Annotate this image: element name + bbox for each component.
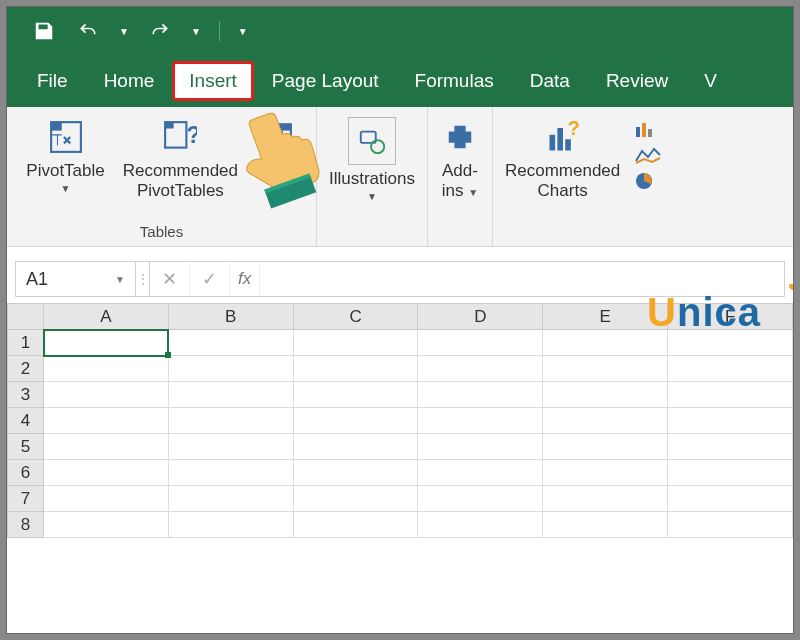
cell[interactable] xyxy=(168,460,293,486)
formula-bar: A1 ▼ ⋮ ✕ ✓ fx xyxy=(15,261,785,297)
cell[interactable] xyxy=(668,330,793,356)
cancel-icon[interactable]: ✕ xyxy=(150,262,190,296)
pie-chart-icon[interactable] xyxy=(634,171,662,191)
cell[interactable] xyxy=(293,330,418,356)
cell[interactable] xyxy=(543,460,668,486)
cell[interactable] xyxy=(44,434,169,460)
cell[interactable] xyxy=(543,486,668,512)
addins-button[interactable]: Add-ins ▼ xyxy=(432,113,488,204)
name-box[interactable]: A1 ▼ xyxy=(16,262,136,296)
cell[interactable] xyxy=(293,512,418,538)
enter-icon[interactable]: ✓ xyxy=(190,262,230,296)
formula-input[interactable] xyxy=(260,262,784,296)
cell[interactable] xyxy=(543,330,668,356)
illustrations-button[interactable]: Illustrations ▼ xyxy=(321,113,423,206)
cell[interactable] xyxy=(418,512,543,538)
column-header[interactable]: D xyxy=(418,304,543,330)
chevron-down-icon[interactable]: ▼ xyxy=(115,274,125,285)
cell[interactable] xyxy=(543,356,668,382)
cell[interactable] xyxy=(168,330,293,356)
worksheet-grid[interactable]: A B C D E F 1 2 3 4 5 6 7 8 xyxy=(7,303,793,538)
cell[interactable] xyxy=(44,486,169,512)
redo-dropdown-icon[interactable]: ▼ xyxy=(191,26,201,37)
cell[interactable] xyxy=(418,434,543,460)
cell[interactable] xyxy=(668,460,793,486)
pivottable-button[interactable]: PivotTable ▼ xyxy=(18,113,112,198)
addins-label: Add-ins ▼ xyxy=(442,161,478,200)
cell[interactable] xyxy=(293,408,418,434)
cell[interactable] xyxy=(168,382,293,408)
recommended-pivottables-button[interactable]: ? RecommendedPivotTables xyxy=(115,113,246,204)
cell[interactable] xyxy=(418,408,543,434)
cell[interactable] xyxy=(293,382,418,408)
row-header[interactable]: 4 xyxy=(8,408,44,434)
cell[interactable] xyxy=(543,512,668,538)
cell[interactable] xyxy=(668,486,793,512)
customize-qat-icon[interactable]: ▼ xyxy=(238,26,248,37)
cell[interactable] xyxy=(44,512,169,538)
column-header[interactable]: C xyxy=(293,304,418,330)
row-header[interactable]: 7 xyxy=(8,486,44,512)
cell[interactable] xyxy=(418,486,543,512)
cell[interactable] xyxy=(418,460,543,486)
cell[interactable] xyxy=(293,356,418,382)
cell[interactable] xyxy=(668,512,793,538)
svg-rect-10 xyxy=(557,128,563,151)
insert-function-button[interactable]: fx xyxy=(230,262,260,296)
cell[interactable] xyxy=(668,434,793,460)
redo-icon[interactable] xyxy=(147,18,173,44)
tab-file[interactable]: File xyxy=(19,60,86,102)
cell[interactable] xyxy=(168,408,293,434)
row-header[interactable]: 6 xyxy=(8,460,44,486)
cell[interactable] xyxy=(418,330,543,356)
recommended-pivottables-label: RecommendedPivotTables xyxy=(123,161,238,200)
column-header[interactable]: E xyxy=(543,304,668,330)
cell[interactable] xyxy=(44,356,169,382)
cell[interactable] xyxy=(293,460,418,486)
cell-a1[interactable] xyxy=(44,330,169,356)
cell[interactable] xyxy=(168,486,293,512)
table-button[interactable]: Table xyxy=(248,113,305,185)
cell[interactable] xyxy=(668,408,793,434)
column-chart-icon[interactable] xyxy=(634,119,662,139)
tab-insert[interactable]: Insert xyxy=(172,61,254,101)
cell[interactable] xyxy=(418,382,543,408)
recommended-charts-button[interactable]: ? RecommendedCharts xyxy=(497,113,628,204)
cell[interactable] xyxy=(668,382,793,408)
cell[interactable] xyxy=(168,434,293,460)
tab-review[interactable]: Review xyxy=(588,60,686,102)
undo-dropdown-icon[interactable]: ▼ xyxy=(119,26,129,37)
cell[interactable] xyxy=(44,382,169,408)
select-all-corner[interactable] xyxy=(8,304,44,330)
column-header[interactable]: B xyxy=(168,304,293,330)
row-header[interactable]: 3 xyxy=(8,382,44,408)
tab-data[interactable]: Data xyxy=(512,60,588,102)
chart-type-quickpick[interactable] xyxy=(630,113,666,197)
cell[interactable] xyxy=(543,382,668,408)
cell[interactable] xyxy=(44,408,169,434)
save-icon[interactable] xyxy=(31,18,57,44)
column-header[interactable]: F xyxy=(668,304,793,330)
cell[interactable] xyxy=(543,434,668,460)
cell[interactable] xyxy=(168,512,293,538)
tab-home[interactable]: Home xyxy=(86,60,173,102)
group-addins: Add-ins ▼ xyxy=(428,107,493,246)
row-header[interactable]: 5 xyxy=(8,434,44,460)
tab-page-layout[interactable]: Page Layout xyxy=(254,60,397,102)
tab-formulas[interactable]: Formulas xyxy=(397,60,512,102)
cell[interactable] xyxy=(293,434,418,460)
cell[interactable] xyxy=(668,356,793,382)
row-header[interactable]: 2 xyxy=(8,356,44,382)
undo-icon[interactable] xyxy=(75,18,101,44)
cell[interactable] xyxy=(168,356,293,382)
cell[interactable] xyxy=(418,356,543,382)
cell[interactable] xyxy=(44,460,169,486)
cell[interactable] xyxy=(293,486,418,512)
svg-rect-6 xyxy=(261,124,291,130)
tab-view[interactable]: V xyxy=(686,60,735,102)
row-header[interactable]: 1 xyxy=(8,330,44,356)
cell[interactable] xyxy=(543,408,668,434)
row-header[interactable]: 8 xyxy=(8,512,44,538)
column-header[interactable]: A xyxy=(44,304,169,330)
line-chart-icon[interactable] xyxy=(634,145,662,165)
